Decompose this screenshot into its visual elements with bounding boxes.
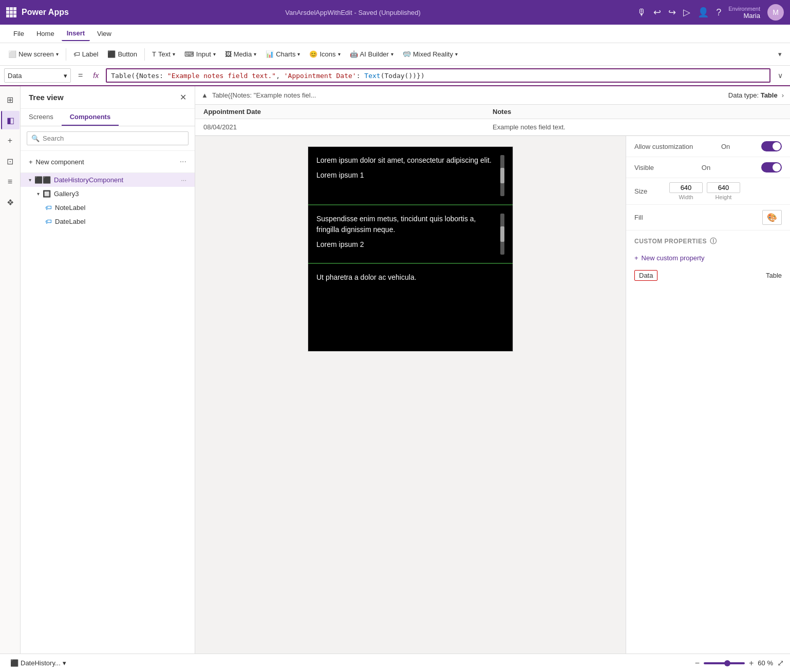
sidebar-icon-component[interactable]: ❖ (1, 193, 20, 212)
mic-icon[interactable]: 🎙 (637, 7, 646, 18)
search-input[interactable] (43, 135, 184, 142)
fill-button[interactable]: 🎨 (762, 210, 782, 225)
gallery-sublabel-1: Lorem ipsum 1 (316, 170, 496, 181)
databar-collapse-icon[interactable]: ▲ (201, 91, 208, 99)
gallery-icon: 🔲 (43, 190, 51, 198)
new-screen-chevron: ▾ (56, 51, 59, 57)
tree-item-date-history-component[interactable]: ▾ ⬛⬛ DateHistoryComponent ··· (21, 173, 195, 187)
cell-notes: Example notes field text. (493, 123, 782, 131)
menu-file[interactable]: File (8, 27, 29, 41)
sidebar-icon-data[interactable]: ⊡ (1, 152, 20, 170)
media-button[interactable]: 🖼 Media ▾ (221, 48, 260, 61)
bottombar-tab[interactable]: ⬛ DateHistory... ▾ (6, 657, 70, 669)
tree-view-sidebar: Tree view ✕ Screens Components 🔍 + New c… (21, 86, 195, 672)
sidebar-icon-home[interactable]: ⊞ (1, 90, 20, 109)
formula-eq-icon[interactable]: = (75, 71, 86, 80)
height-sublabel: Height (716, 194, 732, 200)
databar: ▲ Table({Notes: "Example notes fiel... D… (195, 86, 790, 105)
new-component-button[interactable]: + New component ··· (29, 155, 186, 168)
doc-title: VanArsdelAppWithEdit - Saved (Unpublishe… (69, 9, 637, 16)
visible-row: Visible On (626, 157, 790, 178)
charts-button[interactable]: 📊 Charts ▾ (261, 48, 304, 61)
input-button[interactable]: ⌨ Input ▾ (180, 48, 220, 61)
help-icon[interactable]: ? (716, 7, 721, 18)
center-canvas-row: Lorem ipsum dolor sit amet, consectetur … (195, 136, 790, 672)
gallery-item-2: Suspendisse enim metus, tincidunt quis l… (308, 205, 513, 263)
ai-builder-button[interactable]: 🤖 AI Builder ▾ (346, 48, 398, 61)
env-info: Environment Maria (728, 6, 760, 20)
mixed-reality-button[interactable]: 🥽 Mixed Reality ▾ (399, 48, 462, 61)
play-icon[interactable]: ▷ (683, 7, 690, 18)
cell-date: 08/04/2021 (203, 123, 493, 131)
visible-thumb (773, 163, 781, 171)
avatar[interactable]: M (767, 4, 784, 21)
custom-prop-data-badge[interactable]: Data (634, 270, 657, 281)
gallery-text-2: Suspendisse enim metus, tincidunt quis l… (316, 214, 496, 235)
tree-item-note-label[interactable]: 🏷 NoteLabel (21, 201, 195, 215)
new-component-dots[interactable]: ··· (180, 157, 186, 166)
waffle-icon[interactable] (6, 7, 16, 17)
svg-rect-8 (13, 14, 16, 17)
width-input[interactable] (669, 182, 703, 193)
label-icon-2: 🏷 (45, 218, 52, 225)
table-row: 08/04/2021 Example notes field text. (195, 119, 790, 136)
tab-screens[interactable]: Screens (21, 109, 62, 126)
sidebar-icon-variable[interactable]: ≡ (1, 172, 20, 191)
center-and-right: ▲ Table({Notes: "Example notes fiel... D… (195, 86, 790, 672)
zoom-slider[interactable] (704, 662, 745, 664)
collapse-icon: ▾ (29, 177, 31, 183)
allow-customization-toggle[interactable] (761, 141, 782, 151)
tab-components[interactable]: Components (62, 109, 119, 126)
input-icon: ⌨ (184, 50, 194, 58)
databar-expand-icon[interactable]: › (782, 91, 784, 99)
custom-props-help-icon[interactable]: ⓘ (710, 237, 717, 246)
sidebar-icon-layers[interactable]: ◧ (1, 111, 20, 129)
menu-view[interactable]: View (92, 27, 117, 41)
zoom-thumb (724, 660, 730, 666)
visible-toggle[interactable] (761, 162, 782, 172)
icons-button[interactable]: 😊 Icons ▾ (305, 48, 344, 61)
allow-customization-row: Allow customization On (626, 136, 790, 157)
canvas-frame: Lorem ipsum dolor sit amet, consectetur … (308, 146, 513, 352)
toolbar-expand[interactable]: ▾ (774, 48, 786, 61)
allow-customization-label: Allow customization (634, 143, 693, 150)
formula-fx-icon[interactable]: fx (90, 71, 102, 80)
tree-item-gallery3[interactable]: ▾ 🔲 Gallery3 (21, 187, 195, 201)
height-input[interactable] (707, 182, 740, 193)
charts-icon: 📊 (266, 50, 274, 58)
user-icon[interactable]: 👤 (698, 7, 709, 18)
formula-input[interactable]: Table({Notes: "Example notes field text.… (106, 68, 770, 83)
bottombar: ⬛ DateHistory... ▾ − + 60 % ⤢ (0, 654, 790, 672)
sidebar-icon-plus[interactable]: + (1, 131, 20, 150)
button-button[interactable]: ⬛ Button (103, 48, 141, 61)
gallery-text-1: Lorem ipsum dolor sit amet, consectetur … (316, 155, 496, 166)
charts-chevron: ▾ (297, 51, 300, 57)
formula-selector[interactable]: Data ▾ (4, 68, 71, 83)
label-button[interactable]: 🏷 Label (69, 48, 103, 61)
zoom-minus-button[interactable]: − (695, 659, 700, 668)
text-button[interactable]: T Text ▾ (148, 48, 179, 61)
size-label: Size (634, 187, 665, 195)
icons-chevron: ▾ (338, 51, 341, 57)
formula-expand-chevron[interactable]: ∨ (775, 71, 786, 80)
undo-icon[interactable]: ↩ (653, 7, 661, 18)
menu-insert[interactable]: Insert (62, 26, 90, 41)
canvas-area[interactable]: Lorem ipsum dolor sit amet, consectetur … (195, 136, 626, 672)
component-dots[interactable]: ··· (181, 176, 186, 184)
new-screen-button[interactable]: ⬜ New screen ▾ (4, 48, 63, 61)
sidebar-close-button[interactable]: ✕ (180, 92, 186, 102)
menubar: File Home Insert View (0, 25, 790, 43)
datatable-header: Appointment Date Notes (195, 105, 790, 119)
expand-button[interactable]: ⤢ (777, 658, 784, 668)
new-custom-property-button[interactable]: + New custom property (626, 250, 790, 266)
text-icon: T (152, 50, 156, 58)
text-chevron: ▾ (173, 51, 175, 57)
redo-icon[interactable]: ↪ (668, 7, 676, 18)
tree-item-date-label[interactable]: 🏷 DateLabel (21, 215, 195, 228)
search-box: 🔍 (27, 131, 189, 145)
header-appointment-date: Appointment Date (203, 108, 493, 116)
toolbar-sep-1 (66, 48, 66, 61)
zoom-plus-button[interactable]: + (749, 659, 754, 668)
menu-home[interactable]: Home (31, 27, 60, 41)
sidebar-title: Tree view (29, 93, 64, 102)
